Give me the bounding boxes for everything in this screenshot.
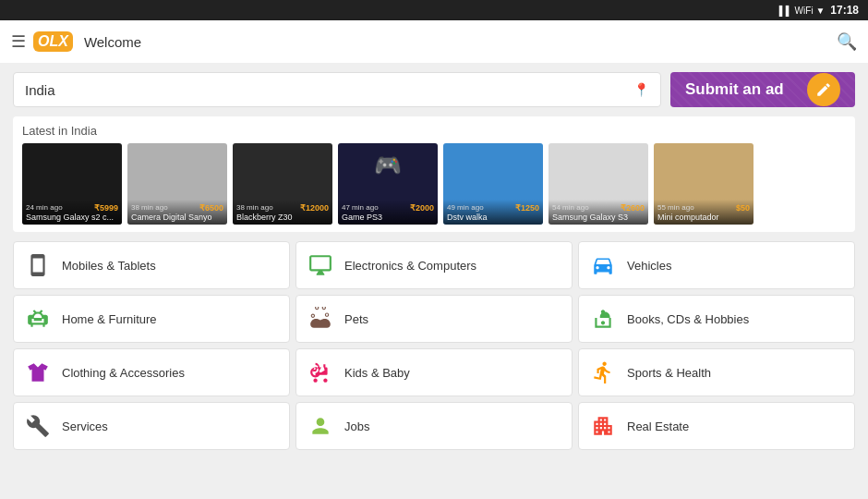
category-label: Jobs [344,420,369,433]
category-clothing[interactable]: Clothing & Accessories [13,348,290,396]
item-price: ₹5999 [94,203,118,213]
book-icon [590,306,616,332]
item-price: ₹1250 [515,203,539,213]
latest-section: Latest in India 24 min ago ₹5999 Samsung… [13,116,855,232]
building-icon [590,413,616,439]
item-overlay: 49 min ago ₹1250 Dstv walka [443,200,543,225]
item-time: 38 min ago [236,203,273,213]
sofa-icon [25,306,51,332]
olx-logo: OLX [33,31,73,52]
category-services[interactable]: Services [13,402,290,450]
item-name: Samsung Galaxy S3 [552,213,645,222]
category-books[interactable]: Books, CDs & Hobbies [578,295,855,343]
phone-icon [25,252,51,278]
list-item[interactable]: 49 min ago ₹1250 Dstv walka [443,143,543,225]
welcome-text: Welcome [84,34,837,50]
location-pin-icon: 📍 [633,82,649,97]
edit-icon [815,81,832,98]
item-price: ₹12000 [300,203,329,213]
list-item[interactable]: 55 min ago $50 Mini computador [654,143,753,225]
search-icon[interactable]: 🔍 [837,31,857,52]
category-kids[interactable]: Kids & Baby [295,348,573,396]
sports-icon [590,359,616,385]
car-icon [590,252,616,278]
list-item[interactable]: 38 min ago ₹12000 Blackberry Z30 [233,143,332,225]
item-name: Camera Digital Sanyo [131,213,223,222]
item-time: 24 min ago [26,203,63,213]
category-label: Sports & Health [627,366,711,380]
shirt-icon [25,359,51,385]
item-overlay: 24 min ago ₹5999 Samsung Galaxy s2 c... [22,200,122,225]
category-label: Mobiles & Tablets [62,259,156,273]
item-time: 47 min ago [342,203,379,213]
item-overlay: 38 min ago ₹12000 Blackberry Z30 [233,200,332,225]
status-bar: ▌▌ WiFi ▼ 17:18 [0,0,868,20]
item-name: Mini computador [657,213,750,222]
pet-icon [307,306,333,332]
item-time: 49 min ago [447,203,484,213]
latest-title: Latest in India [22,124,846,138]
top-bar: ☰ OLX Welcome 🔍 [0,20,868,63]
stroller-icon [307,359,333,385]
category-label: Electronics & Computers [344,259,476,273]
list-item[interactable]: 24 min ago ₹5999 Samsung Galaxy s2 c... [22,143,122,225]
category-label: Vehicles [627,259,671,273]
category-label: Real Estate [627,420,689,433]
submit-ad-icon [807,73,840,106]
item-name: Dstv walka [447,213,539,222]
location-text: India [25,82,55,98]
item-name: Blackberry Z30 [236,213,329,222]
item-time: 38 min ago [131,203,168,213]
item-name: Game PS3 [342,213,434,222]
item-overlay: 47 min ago ₹2000 Game PS3 [338,200,438,225]
main-content: India 📍 Submit an ad Latest in India 24 … [0,63,868,499]
wrench-icon [25,413,51,439]
list-item[interactable]: 🎮 47 min ago ₹2000 Game PS3 [338,143,438,225]
item-price: ₹2600 [621,203,645,213]
latest-scroll: 24 min ago ₹5999 Samsung Galaxy s2 c... … [22,143,846,225]
category-label: Pets [344,312,368,326]
hamburger-menu[interactable]: ☰ [11,31,26,52]
list-item[interactable]: 38 min ago ₹6500 Camera Digital Sanyo [127,143,227,225]
top-row: India 📍 Submit an ad [13,72,855,107]
category-label: Clothing & Accessories [62,366,185,380]
submit-ad-label: Submit an ad [685,80,784,99]
category-mobiles[interactable]: Mobiles & Tablets [13,241,290,289]
category-home[interactable]: Home & Furniture [13,295,290,343]
category-label: Kids & Baby [344,366,410,380]
location-box[interactable]: India 📍 [13,72,661,107]
item-name: Samsung Galaxy s2 c... [26,213,118,222]
category-realestate[interactable]: Real Estate [578,402,855,450]
item-overlay: 38 min ago ₹6500 Camera Digital Sanyo [127,200,227,225]
category-sports[interactable]: Sports & Health [578,348,855,396]
item-time: 54 min ago [552,203,589,213]
item-overlay: 55 min ago $50 Mini computador [654,200,753,225]
category-grid: Mobiles & Tablets Electronics & Computer… [13,241,855,450]
monitor-icon [307,252,333,278]
status-time: 17:18 [830,4,859,17]
category-jobs[interactable]: Jobs [295,402,573,450]
list-item[interactable]: 54 min ago ₹2600 Samsung Galaxy S3 [549,143,648,225]
category-electronics[interactable]: Electronics & Computers [295,241,573,289]
submit-ad-button[interactable]: Submit an ad [670,72,855,107]
item-price: ₹2000 [410,203,434,213]
status-icons: ▌▌ WiFi ▼ [779,6,826,16]
item-time: 55 min ago [657,203,694,213]
category-label: Home & Furniture [62,312,157,326]
category-pets[interactable]: Pets [295,295,573,343]
category-label: Services [62,420,108,433]
item-price: ₹6500 [199,203,223,213]
item-overlay: 54 min ago ₹2600 Samsung Galaxy S3 [549,200,648,225]
category-vehicles[interactable]: Vehicles [578,241,855,289]
olx-logo-text: OLX [33,31,73,52]
person-icon [307,413,333,439]
category-label: Books, CDs & Hobbies [627,312,749,326]
item-price: $50 [736,203,750,213]
